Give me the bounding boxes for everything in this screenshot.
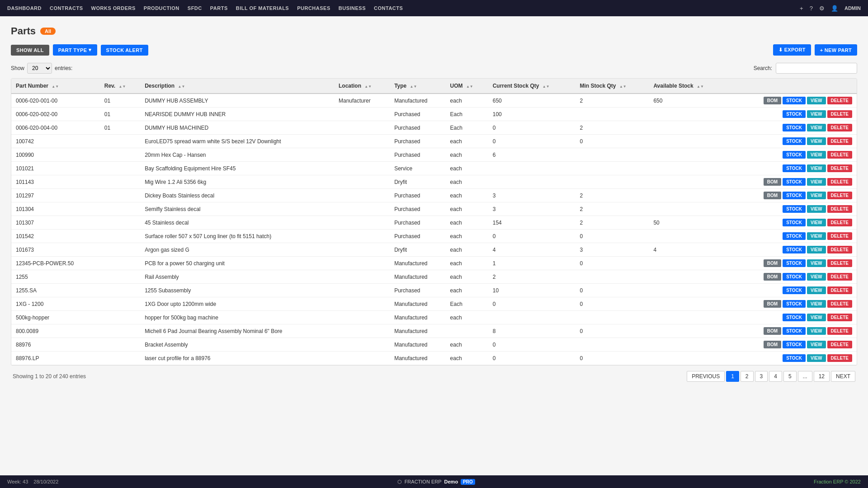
view-button[interactable]: VIEW (807, 273, 826, 281)
stock-button[interactable]: STOCK (783, 219, 806, 226)
view-button[interactable]: VIEW (807, 192, 826, 199)
bom-button[interactable]: BOM (764, 300, 781, 308)
delete-button[interactable]: DELETE (827, 286, 852, 294)
nav-contracts[interactable]: CONTRACTS (50, 5, 83, 11)
stock-button[interactable]: STOCK (783, 259, 806, 267)
delete-button[interactable]: DELETE (827, 259, 852, 267)
nav-dashboard[interactable]: DASHBOARD (7, 5, 42, 11)
view-button[interactable]: VIEW (807, 178, 826, 186)
nav-contacts[interactable]: CONTACTS (374, 5, 403, 11)
stock-button[interactable]: STOCK (783, 273, 806, 281)
nav-works-orders[interactable]: WORKS ORDERS (91, 5, 136, 11)
delete-button[interactable]: DELETE (827, 354, 852, 362)
view-button[interactable]: VIEW (807, 341, 826, 348)
stock-button[interactable]: STOCK (783, 246, 806, 253)
view-button[interactable]: VIEW (807, 164, 826, 172)
page-2-button[interactable]: 2 (741, 371, 754, 382)
view-button[interactable]: VIEW (807, 232, 826, 240)
settings-icon[interactable]: ⚙ (819, 5, 825, 12)
col-description[interactable]: Description ▲▼ (140, 79, 334, 94)
nav-purchases[interactable]: PURCHASES (297, 5, 330, 11)
stock-button[interactable]: STOCK (783, 110, 806, 118)
view-button[interactable]: VIEW (807, 300, 826, 308)
bom-button[interactable]: BOM (764, 178, 781, 186)
view-button[interactable]: VIEW (807, 246, 826, 253)
help-icon[interactable]: ? (810, 5, 813, 12)
view-button[interactable]: VIEW (807, 151, 826, 159)
bom-button[interactable]: BOM (764, 341, 781, 348)
bom-button[interactable]: BOM (764, 192, 781, 199)
view-button[interactable]: VIEW (807, 97, 826, 104)
view-button[interactable]: VIEW (807, 124, 826, 131)
page-1-button[interactable]: 1 (726, 371, 739, 382)
stock-button[interactable]: STOCK (783, 314, 806, 321)
view-button[interactable]: VIEW (807, 137, 826, 145)
show-all-button[interactable]: SHOW ALL (11, 45, 49, 56)
stock-button[interactable]: STOCK (783, 300, 806, 308)
stock-button[interactable]: STOCK (783, 327, 806, 335)
plus-icon[interactable]: + (800, 5, 803, 12)
stock-alert-button[interactable]: STOCK ALERT (101, 45, 148, 56)
stock-button[interactable]: STOCK (783, 97, 806, 104)
delete-button[interactable]: DELETE (827, 151, 852, 159)
col-available-stock[interactable]: Available Stock ▲▼ (649, 79, 727, 94)
page-12-button[interactable]: 12 (814, 371, 830, 382)
col-current-stock[interactable]: Current Stock Qty ▲▼ (488, 79, 576, 94)
nav-parts[interactable]: PARTS (210, 5, 228, 11)
new-part-button[interactable]: + NEW PART (815, 44, 857, 56)
delete-button[interactable]: DELETE (827, 327, 852, 335)
stock-button[interactable]: STOCK (783, 205, 806, 213)
stock-button[interactable]: STOCK (783, 178, 806, 186)
stock-button[interactable]: STOCK (783, 137, 806, 145)
nav-production[interactable]: PRODUCTION (144, 5, 179, 11)
stock-button[interactable]: STOCK (783, 286, 806, 294)
delete-button[interactable]: DELETE (827, 341, 852, 348)
bom-button[interactable]: BOM (764, 97, 781, 104)
delete-button[interactable]: DELETE (827, 178, 852, 186)
stock-button[interactable]: STOCK (783, 341, 806, 348)
bom-button[interactable]: BOM (764, 327, 781, 335)
col-uom[interactable]: UOM ▲▼ (446, 79, 488, 94)
search-input[interactable] (776, 63, 857, 74)
delete-button[interactable]: DELETE (827, 205, 852, 213)
stock-button[interactable]: STOCK (783, 151, 806, 159)
view-button[interactable]: VIEW (807, 327, 826, 335)
delete-button[interactable]: DELETE (827, 164, 852, 172)
col-part-number[interactable]: Part Number ▲▼ (11, 79, 100, 94)
bom-button[interactable]: BOM (764, 259, 781, 267)
col-rev[interactable]: Rev. ▲▼ (100, 79, 140, 94)
delete-button[interactable]: DELETE (827, 137, 852, 145)
bom-button[interactable]: BOM (764, 273, 781, 281)
admin-button[interactable]: ADMIN (844, 5, 861, 11)
delete-button[interactable]: DELETE (827, 314, 852, 321)
delete-button[interactable]: DELETE (827, 300, 852, 308)
entries-select[interactable]: 10 20 50 100 (27, 63, 52, 74)
stock-button[interactable]: STOCK (783, 192, 806, 199)
stock-button[interactable]: STOCK (783, 164, 806, 172)
part-type-button[interactable]: PART TYPE ▾ (53, 44, 97, 56)
col-type[interactable]: Type ▲▼ (390, 79, 445, 94)
view-button[interactable]: VIEW (807, 259, 826, 267)
delete-button[interactable]: DELETE (827, 273, 852, 281)
delete-button[interactable]: DELETE (827, 219, 852, 226)
delete-button[interactable]: DELETE (827, 124, 852, 131)
delete-button[interactable]: DELETE (827, 97, 852, 104)
col-location[interactable]: Location ▲▼ (334, 79, 390, 94)
stock-button[interactable]: STOCK (783, 124, 806, 131)
nav-bom[interactable]: BILL OF MATERIALS (236, 5, 289, 11)
view-button[interactable]: VIEW (807, 286, 826, 294)
page-4-button[interactable]: 4 (769, 371, 782, 382)
delete-button[interactable]: DELETE (827, 232, 852, 240)
next-button[interactable]: NEXT (831, 371, 855, 382)
page-3-button[interactable]: 3 (755, 371, 768, 382)
delete-button[interactable]: DELETE (827, 110, 852, 118)
col-min-stock[interactable]: Min Stock Qty ▲▼ (576, 79, 649, 94)
view-button[interactable]: VIEW (807, 314, 826, 321)
page-5-button[interactable]: 5 (783, 371, 797, 382)
stock-button[interactable]: STOCK (783, 354, 806, 362)
user-icon[interactable]: 👤 (831, 5, 838, 12)
delete-button[interactable]: DELETE (827, 192, 852, 199)
delete-button[interactable]: DELETE (827, 246, 852, 253)
nav-sfdc[interactable]: SFDC (188, 5, 202, 11)
view-button[interactable]: VIEW (807, 110, 826, 118)
